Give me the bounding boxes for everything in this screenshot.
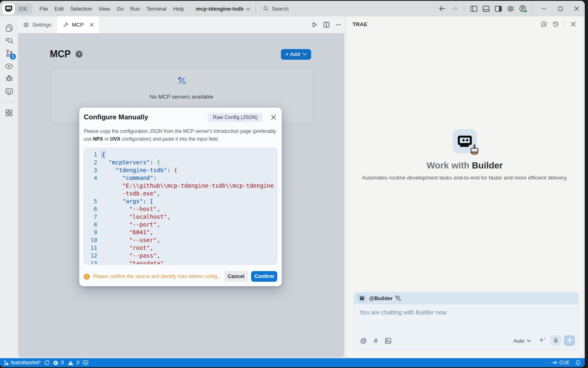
menu-selection[interactable]: Selection	[67, 4, 95, 13]
remote-terminal-icon[interactable]	[2, 85, 16, 98]
problems-item[interactable]: 0 0	[53, 360, 79, 366]
agent-tools-icon[interactable]	[395, 295, 401, 301]
confirm-button[interactable]: Confirm	[251, 271, 277, 282]
git-branch-item[interactable]: feat/xftan/init*	[3, 360, 41, 366]
window-minimize-button[interactable]	[536, 2, 552, 15]
debug-bug-icon[interactable]	[2, 72, 16, 85]
project-name: mcp-tdengine-tsdb	[196, 6, 243, 12]
sync-icon	[44, 360, 50, 366]
config-json-editor[interactable]: 1{2 "mcpServers": {3 "tdengine-tsdb": {4…	[84, 148, 277, 265]
chat-toolbar-right: Auto	[513, 335, 575, 346]
notifications-item[interactable]	[575, 360, 581, 366]
bell-icon	[575, 360, 581, 366]
builder-chip-icon	[358, 294, 366, 302]
project-switcher[interactable]: mcp-tdengine-tsdb	[194, 6, 252, 12]
settings-gear-button[interactable]	[505, 3, 516, 14]
menu-go[interactable]: Go	[113, 4, 127, 13]
menu-help[interactable]: Help	[170, 4, 187, 13]
app-logo-label: IDE	[15, 6, 32, 12]
menu-run[interactable]: Run	[127, 4, 143, 13]
preview-eye-icon[interactable]	[2, 60, 16, 72]
history-icon[interactable]	[551, 19, 561, 29]
menu-view[interactable]: View	[95, 4, 113, 13]
sync-button[interactable]	[44, 360, 50, 366]
window-maximize-button[interactable]	[552, 2, 568, 15]
toggle-bottom-panel-button[interactable]	[481, 3, 491, 14]
toggle-left-panel-button[interactable]	[468, 3, 479, 14]
enhance-prompt-icon[interactable]	[537, 336, 546, 345]
wrench-icon	[63, 22, 69, 28]
attach-image-icon[interactable]	[383, 336, 393, 346]
context-hash-icon[interactable]: #	[371, 336, 381, 346]
titlebar-actions	[436, 2, 585, 15]
trae-panel-title: TRAE	[352, 21, 368, 27]
birthday-cake-icon	[469, 144, 480, 157]
tab-settings-label: Settings	[32, 22, 51, 28]
dialog-title: Configure Manually	[84, 113, 148, 121]
extensions-grid-icon[interactable]	[2, 106, 16, 119]
more-actions-button[interactable]	[333, 20, 343, 30]
menu-terminal[interactable]: Terminal	[143, 4, 170, 13]
nav-back-button[interactable]	[437, 3, 448, 14]
gear-icon	[23, 22, 29, 28]
source-control-icon[interactable]: 1	[2, 47, 16, 60]
activity-bar-divider	[4, 102, 14, 102]
chevron-down-icon	[246, 6, 250, 12]
ports-icon	[82, 360, 89, 366]
builder-hero-subtitle: Automates routine development tasks end-…	[362, 175, 568, 181]
editor-group: Settings MCP	[18, 16, 344, 357]
raw-config-badge[interactable]: Raw Config (JSON)	[208, 113, 263, 122]
trae-panel-header: TRAE	[346, 16, 583, 32]
git-branch-icon	[3, 360, 9, 366]
configure-manually-dialog: Configure Manually Raw Config (JSON) Ple…	[79, 108, 282, 286]
menu-file[interactable]: File	[36, 4, 51, 13]
menu-edit[interactable]: Edit	[51, 4, 67, 13]
cue-icon	[551, 360, 557, 365]
voice-input-button[interactable]	[550, 335, 561, 346]
agent-chip-label[interactable]: @Builder	[369, 295, 392, 301]
activity-bar: 1	[0, 16, 18, 358]
title-bar: IDE File Edit Selection View Go Run Term…	[0, 1, 585, 16]
tab-mcp[interactable]: MCP	[57, 16, 99, 33]
chat-toolbar: @ # Auto	[359, 335, 575, 346]
search-icon	[263, 6, 269, 11]
ports-item[interactable]	[82, 360, 89, 366]
global-search[interactable]: Search	[263, 6, 288, 12]
run-button[interactable]	[310, 20, 319, 30]
dialog-header: Configure Manually Raw Config (JSON)	[84, 112, 277, 123]
explorer-icon[interactable]	[2, 22, 16, 34]
nav-forward-button[interactable]	[449, 3, 460, 14]
warning-icon: !	[84, 274, 90, 280]
warning-count: 0	[76, 360, 79, 366]
model-mode-select[interactable]: Auto	[513, 338, 531, 344]
hero-title-dark: Builder	[472, 160, 503, 171]
new-chat-icon[interactable]	[539, 19, 549, 29]
robot-face-icon	[4, 4, 13, 13]
titlebar-divider-3	[464, 5, 464, 12]
cue-label: CUE	[559, 360, 570, 366]
online-status-dot	[524, 9, 527, 13]
editor-content: MCP ? + Add No MCP servers available	[18, 33, 344, 357]
app-logo[interactable]: IDE	[2, 3, 32, 14]
account-avatar[interactable]	[517, 3, 528, 14]
titlebar-divider-4	[532, 5, 532, 12]
panel-close-icon[interactable]	[568, 19, 578, 29]
tab-settings[interactable]: Settings	[18, 16, 57, 33]
cancel-button[interactable]: Cancel	[224, 271, 248, 282]
app-window: IDE File Edit Selection View Go Run Term…	[0, 1, 585, 367]
search-sidebar-icon[interactable]	[2, 34, 16, 47]
dialog-close-icon[interactable]	[270, 114, 277, 121]
trae-panel-actions	[539, 19, 578, 29]
toggle-right-panel-button[interactable]	[493, 3, 503, 14]
status-bar: feat/xftan/init* 0 0	[0, 358, 585, 367]
send-message-button[interactable]	[564, 335, 575, 346]
builder-hero-title: Work withBuilder	[427, 160, 503, 171]
dialog-description: Please copy the configuration JSON from …	[84, 128, 277, 143]
tab-close-icon[interactable]	[89, 22, 94, 27]
window-close-button[interactable]	[568, 2, 585, 15]
chat-input-box[interactable]: You are chatting with Builder now @ # Au	[354, 304, 579, 350]
split-editor-button[interactable]	[321, 20, 331, 30]
builder-hero: Work withBuilder Automates routine devel…	[346, 129, 583, 181]
mention-icon[interactable]: @	[359, 336, 368, 346]
cue-item[interactable]: CUE	[551, 360, 570, 366]
